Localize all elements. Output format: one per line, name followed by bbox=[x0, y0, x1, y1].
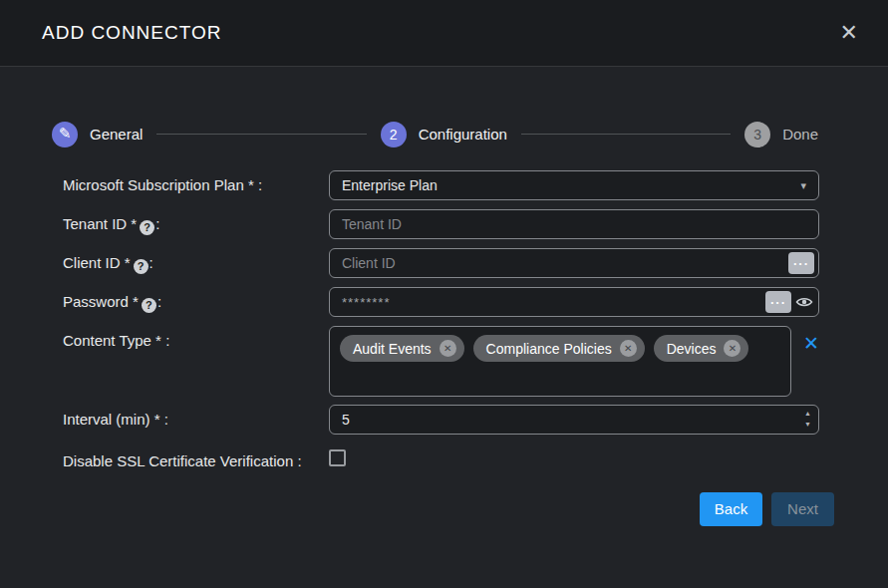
content-type-multiselect[interactable]: Audit Events✕ Compliance Policies✕ Devic… bbox=[329, 326, 791, 397]
content-type-tag[interactable]: Devices✕ bbox=[654, 335, 749, 362]
subscription-plan-value: Enterprise Plan bbox=[342, 177, 438, 193]
help-icon[interactable]: ? bbox=[142, 298, 156, 313]
subscription-plan-row: Microsoft Subscription Plan * : Enterpri… bbox=[63, 170, 819, 200]
dialog-title: ADD CONNECTOR bbox=[42, 22, 222, 44]
subscription-plan-label: Microsoft Subscription Plan * : bbox=[63, 170, 329, 195]
pencil-icon: ✎ bbox=[59, 126, 72, 141]
tag-remove-icon[interactable]: ✕ bbox=[724, 340, 740, 357]
back-button[interactable]: Back bbox=[700, 492, 762, 526]
clear-all-icon[interactable]: ✕ bbox=[803, 334, 819, 353]
spinner-up-icon[interactable]: ▲ bbox=[804, 408, 811, 419]
ssl-verification-label: Disable SSL Certificate Verification : bbox=[63, 446, 329, 471]
eye-icon[interactable] bbox=[795, 294, 813, 310]
content-type-tag[interactable]: Audit Events✕ bbox=[340, 335, 464, 362]
step-configuration-number: 2 bbox=[390, 127, 398, 143]
interval-label: Interval (min) * : bbox=[63, 405, 329, 430]
stepper-line bbox=[156, 134, 366, 135]
stepper-line bbox=[521, 134, 731, 135]
step-configuration-circle[interactable]: 2 bbox=[381, 122, 407, 147]
tenant-id-input[interactable] bbox=[329, 209, 819, 239]
wizard-stepper: ✎ General 2 Configuration 3 Done bbox=[52, 121, 818, 147]
close-icon[interactable]: ✕ bbox=[840, 22, 858, 44]
configuration-form: Microsoft Subscription Plan * : Enterpri… bbox=[0, 170, 888, 471]
password-row: Password *?: ******** ··· bbox=[63, 287, 819, 317]
content-type-row: Content Type * : Audit Events✕ Complianc… bbox=[63, 326, 819, 397]
step-general-circle[interactable]: ✎ bbox=[52, 122, 78, 147]
tag-remove-icon[interactable]: ✕ bbox=[440, 340, 456, 357]
client-id-lookup-button[interactable]: ··· bbox=[788, 252, 814, 274]
tag-remove-icon[interactable]: ✕ bbox=[620, 340, 637, 357]
tenant-id-label: Tenant ID *?: bbox=[63, 209, 329, 235]
interval-row: Interval (min) * : ▲ ▼ bbox=[63, 405, 819, 435]
step-configuration-label: Configuration bbox=[419, 126, 507, 143]
subscription-plan-select[interactable]: Enterprise Plan ▾ bbox=[329, 170, 819, 200]
interval-input[interactable] bbox=[329, 405, 819, 435]
content-type-tag[interactable]: Compliance Policies✕ bbox=[473, 335, 645, 362]
ssl-verification-checkbox[interactable] bbox=[329, 449, 346, 466]
dialog-footer: Back Next bbox=[0, 480, 888, 526]
password-masked-value: ******** bbox=[342, 295, 390, 310]
tenant-id-row: Tenant ID *?: bbox=[63, 209, 819, 239]
step-done-label: Done bbox=[782, 126, 818, 143]
step-done-number: 3 bbox=[753, 127, 761, 143]
step-general-label: General bbox=[90, 126, 143, 143]
content-type-label: Content Type * : bbox=[63, 326, 329, 351]
password-lookup-button[interactable]: ··· bbox=[765, 291, 791, 313]
help-icon[interactable]: ? bbox=[140, 220, 154, 235]
password-label: Password *?: bbox=[63, 287, 329, 313]
number-stepper[interactable]: ▲ ▼ bbox=[804, 408, 811, 430]
help-icon[interactable]: ? bbox=[134, 259, 148, 274]
client-id-label: Client ID *?: bbox=[63, 248, 329, 274]
next-button[interactable]: Next bbox=[771, 492, 834, 526]
dialog-header: ADD CONNECTOR ✕ bbox=[0, 0, 888, 67]
password-input[interactable]: ******** bbox=[329, 287, 819, 317]
ssl-verification-row: Disable SSL Certificate Verification : bbox=[63, 446, 819, 471]
step-done-circle: 3 bbox=[744, 122, 770, 147]
spinner-down-icon[interactable]: ▼ bbox=[804, 419, 811, 430]
chevron-down-icon: ▾ bbox=[800, 179, 806, 192]
client-id-input[interactable] bbox=[329, 248, 819, 278]
client-id-row: Client ID *?: ··· bbox=[63, 248, 819, 278]
